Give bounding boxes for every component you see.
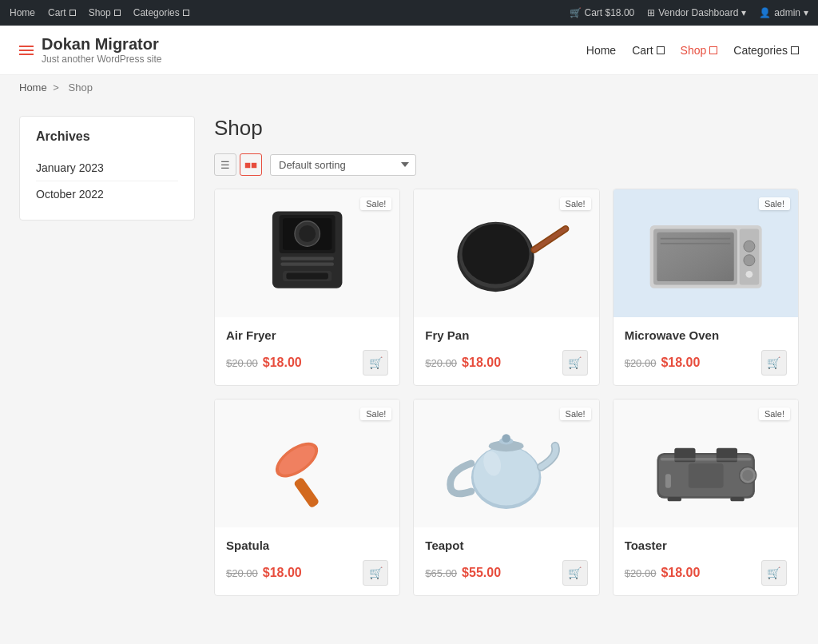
product-name-microwave-oven[interactable]: Microwave Oven (625, 328, 787, 342)
breadcrumb: Home > Shop (0, 75, 818, 100)
grid-view-icon: ■■ (244, 159, 257, 171)
cart-box-icon (657, 46, 665, 54)
product-pricing-spatula: $20.00 $18.00 🛒 (226, 560, 388, 586)
adminbar-cart-label: Cart $18.00 (585, 7, 635, 18)
shop-box-icon (709, 46, 717, 54)
product-name-spatula[interactable]: Spatula (226, 539, 388, 552)
admin-chevron-icon: ▾ (804, 7, 808, 18)
svg-rect-37 (667, 497, 681, 501)
svg-point-31 (502, 434, 511, 443)
site-header: Dokan Migrator Just another WordPress si… (0, 26, 818, 75)
sale-badge-toaster: Sale! (759, 407, 790, 420)
product-name-fry-pan[interactable]: Fry Pan (425, 328, 587, 342)
nav-cart[interactable]: Cart (632, 44, 664, 57)
svg-point-21 (745, 271, 752, 278)
nav-categories[interactable]: Categories (733, 44, 799, 57)
product-image-spatula[interactable]: Sale! (215, 400, 399, 527)
archives-title: Archives (36, 129, 178, 144)
admin-bar-right: 🛒 Cart $18.00 ⊞ Vendor Dashboard ▾ 👤 adm… (570, 7, 808, 18)
nav-home[interactable]: Home (586, 44, 616, 57)
cart-icon-teapot: 🛒 (568, 566, 582, 579)
archives-widget: Archives January 2023 October 2022 (19, 116, 195, 221)
add-to-cart-spatula[interactable]: 🛒 (363, 560, 388, 586)
svg-rect-6 (280, 262, 334, 265)
page-layout: Archives January 2023 October 2022 Shop … (0, 100, 818, 612)
add-to-cart-fry-pan[interactable]: 🛒 (562, 350, 588, 376)
svg-rect-24 (293, 477, 320, 509)
teapot-image (414, 407, 598, 519)
site-title: Dokan Migrator (42, 35, 162, 54)
svg-point-4 (299, 225, 316, 242)
sale-price-fry-pan: $18.00 (462, 356, 501, 370)
archive-oct-2022[interactable]: October 2022 (36, 188, 104, 201)
cart-icon-fry-pan: 🛒 (568, 356, 582, 369)
cart-icon-toaster: 🛒 (767, 566, 780, 579)
sale-badge-air-fryer: Sale! (360, 197, 391, 210)
product-card-toaster: Sale! Toaster $20.00 $18.00 🛒 (613, 399, 799, 596)
adminbar-shop[interactable]: Shop (89, 7, 121, 18)
product-card-microwave-oven: Sale! Microwave Oven $20.00 $18.00 🛒 (613, 189, 799, 386)
menu-icon[interactable] (19, 46, 34, 55)
adminbar-cart-amount[interactable]: 🛒 Cart $18.00 (570, 7, 635, 18)
grid-view-button[interactable]: ■■ (240, 153, 262, 176)
menu-bar-3 (19, 54, 34, 55)
product-image-teapot[interactable]: Sale! (414, 400, 598, 527)
adminbar-cart[interactable]: Cart (48, 7, 76, 18)
spatula-image (215, 407, 399, 519)
sale-price-toaster: $18.00 (661, 566, 700, 580)
product-name-toaster[interactable]: Toaster (625, 539, 787, 552)
sale-price-teapot: $55.00 (462, 566, 501, 580)
product-card-fry-pan: Sale! Fry Pan $20.00 $18.00 🛒 (413, 189, 599, 386)
adminbar-home[interactable]: Home (10, 7, 35, 18)
breadcrumb-home[interactable]: Home (19, 81, 47, 93)
product-image-fry-pan[interactable]: Sale! (414, 189, 598, 317)
sale-badge-spatula: Sale! (360, 407, 391, 420)
prices-microwave-oven: $20.00 $18.00 (625, 356, 701, 370)
svg-point-19 (744, 241, 755, 252)
add-to-cart-teapot[interactable]: 🛒 (562, 560, 588, 586)
product-info-air-fryer: Air Fryer $20.00 $18.00 🛒 (215, 317, 399, 385)
archive-jan-2023[interactable]: January 2023 (36, 161, 104, 174)
list-item: January 2023 (36, 155, 178, 181)
product-name-air-fryer[interactable]: Air Fryer (226, 328, 388, 342)
product-card-air-fryer: Sale! Air Fryer $20.00 $18.00 🛒 (214, 189, 400, 386)
main-content: Shop ☰ ■■ Default sorting Sort by popula… (214, 116, 799, 596)
product-image-toaster[interactable]: Sale! (614, 400, 798, 527)
add-to-cart-toaster[interactable]: 🛒 (761, 560, 787, 586)
vendor-label: Vendor Dashboard (658, 7, 738, 18)
product-pricing-air-fryer: $20.00 $18.00 🛒 (226, 350, 388, 376)
nav-shop[interactable]: Shop (681, 44, 718, 57)
cart-icon-spatula: 🛒 (369, 566, 383, 579)
menu-bar-1 (19, 46, 34, 47)
svg-rect-17 (657, 233, 733, 281)
svg-rect-41 (665, 474, 671, 488)
list-view-button[interactable]: ☰ (214, 153, 236, 176)
svg-point-40 (742, 470, 753, 481)
product-pricing-fry-pan: $20.00 $18.00 🛒 (425, 350, 587, 376)
product-name-teapot[interactable]: Teapot (425, 539, 587, 552)
site-tagline: Just another WordPress site (42, 54, 162, 65)
sort-select[interactable]: Default sorting Sort by popularity Sort … (270, 154, 416, 176)
prices-toaster: $20.00 $18.00 (625, 566, 701, 580)
breadcrumb-shop: Shop (69, 81, 93, 93)
sale-badge-microwave-oven: Sale! (759, 197, 790, 210)
sidebar: Archives January 2023 October 2022 (19, 116, 195, 596)
main-navigation: Home Cart Shop Categories (586, 44, 799, 57)
adminbar-categories[interactable]: Categories (133, 7, 189, 18)
adminbar-admin-user[interactable]: 👤 admin ▾ (759, 7, 808, 18)
svg-point-20 (744, 255, 755, 266)
cart-icon-air-fryer: 🛒 (369, 356, 383, 369)
svg-rect-42 (660, 458, 751, 461)
svg-rect-5 (280, 256, 334, 260)
add-to-cart-microwave-oven[interactable]: 🛒 (761, 350, 787, 376)
admin-bar: Home Cart Shop Categories 🛒 Cart $18.00 … (0, 0, 818, 26)
product-image-microwave-oven[interactable]: Sale! (614, 189, 798, 317)
list-view-icon: ☰ (220, 159, 230, 171)
product-image-air-fryer[interactable]: Sale! (215, 189, 399, 317)
adminbar-vendor-dashboard[interactable]: ⊞ Vendor Dashboard ▾ (647, 7, 746, 18)
product-grid: Sale! Air Fryer $20.00 $18.00 🛒 (214, 189, 799, 596)
svg-point-28 (474, 447, 539, 506)
breadcrumb-separator: > (53, 81, 62, 93)
add-to-cart-air-fryer[interactable]: 🛒 (363, 350, 388, 376)
view-toggle: ☰ ■■ (214, 153, 262, 176)
